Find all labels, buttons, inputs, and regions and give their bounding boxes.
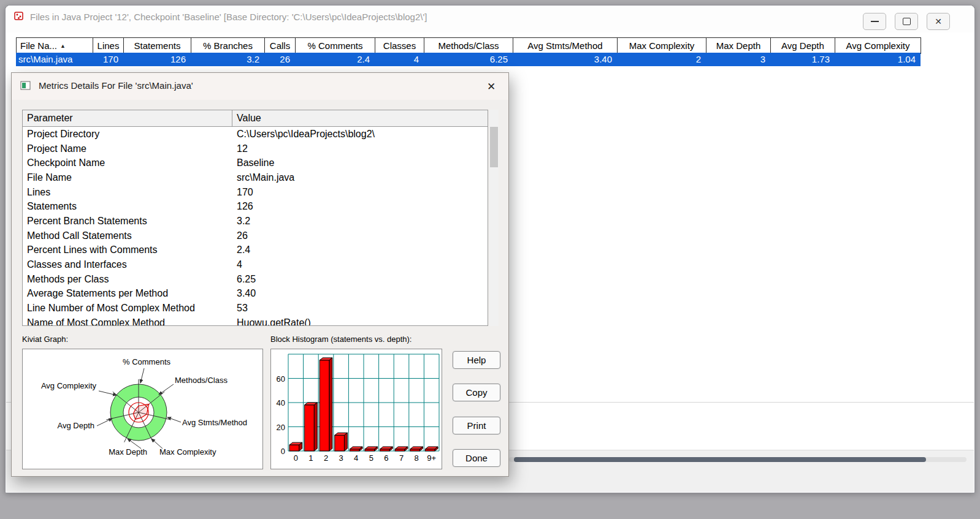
column-label: Max Depth (716, 40, 761, 51)
column-header-max-depth[interactable]: Max Depth (706, 38, 771, 53)
svg-text:% Comments: % Comments (123, 357, 171, 366)
copy-button[interactable]: Copy (453, 384, 500, 401)
detail-row[interactable]: Name of Most Complex MethodHuowu.getRate… (23, 316, 488, 326)
svg-text:3: 3 (339, 453, 343, 463)
detail-row[interactable]: Percent Lines with Comments2.4 (23, 243, 488, 258)
close-icon: ✕ (487, 80, 496, 93)
cell-methods-class: 6.25 (424, 53, 513, 66)
detail-row[interactable]: Methods per Class6.25 (23, 272, 488, 287)
kiviat-label: Kiviat Graph: (22, 335, 68, 344)
dialog-close-button[interactable]: ✕ (483, 78, 500, 95)
maximize-icon (903, 18, 911, 25)
close-button[interactable]: ✕ (927, 13, 950, 30)
cell-max-complexity: 2 (617, 53, 706, 66)
detail-row[interactable]: Average Statements per Method3.40 (23, 287, 488, 301)
column-header-methods-class[interactable]: Methods/Class (424, 38, 513, 53)
horizontal-scrollbar-thumb[interactable] (514, 457, 926, 462)
svg-text:40: 40 (277, 398, 285, 407)
svg-text:Methods/Class: Methods/Class (175, 376, 228, 385)
column-label: File Na... (20, 40, 57, 51)
svg-text:7: 7 (399, 453, 404, 463)
column-header-avg-complexity[interactable]: Avg Complexity (835, 38, 921, 53)
param-cell: Project Name (23, 142, 232, 156)
column-header-branches[interactable]: % Branches (191, 38, 265, 53)
dialog-titlebar[interactable]: Metrics Details For File 'src\Main.java'… (12, 73, 508, 100)
column-label: % Comments (307, 40, 362, 51)
sort-ascending-icon: ▲ (60, 43, 66, 49)
svg-text:4: 4 (354, 453, 358, 463)
svg-text:Avg Depth: Avg Depth (58, 421, 94, 430)
table-row-selected[interactable]: src\Main.java 170 126 3.2 26 2.4 4 6.25 … (16, 53, 921, 66)
minimize-button[interactable] (863, 13, 886, 30)
svg-text:9+: 9+ (427, 453, 436, 463)
detail-row[interactable]: Method Call Statements26 (23, 229, 488, 243)
column-header-comments[interactable]: % Comments (296, 38, 375, 53)
cell-statements: 126 (123, 53, 191, 66)
column-label: Statements (134, 40, 181, 51)
param-cell: Methods per Class (23, 272, 232, 287)
param-cell: Line Number of Most Complex Method (23, 301, 232, 316)
param-cell: Classes and Interfaces (23, 257, 232, 272)
value-cell: Huowu.getRate() (232, 316, 488, 326)
detail-row[interactable]: Line Number of Most Complex Method53 (23, 301, 488, 316)
column-label: % Branches (203, 40, 253, 51)
detail-row[interactable]: Checkpoint NameBaseline (23, 156, 488, 170)
maximize-button[interactable] (895, 13, 918, 30)
print-button[interactable]: Print (453, 417, 500, 434)
details-scrollbar-track[interactable] (489, 110, 499, 326)
value-cell: C:\Users\pc\IdeaProjects\blog2\ (232, 127, 488, 142)
value-cell: 2.4 (232, 243, 488, 258)
dialog-title: Metrics Details For File 'src\Main.java' (39, 80, 193, 91)
value-column-header[interactable]: Value (232, 110, 488, 126)
column-header-statements[interactable]: Statements (124, 38, 191, 53)
value-cell: 170 (232, 185, 488, 200)
done-button[interactable]: Done (453, 449, 500, 467)
column-header-classes[interactable]: Classes (375, 38, 424, 53)
details-table-header: Parameter Value (23, 110, 488, 127)
column-header-lines[interactable]: Lines (93, 38, 124, 53)
cell-lines: 170 (93, 53, 123, 66)
svg-text:Avg Complexity: Avg Complexity (41, 381, 97, 390)
app-icon (14, 11, 24, 23)
value-cell: 3.40 (232, 287, 488, 301)
column-label: Avg Depth (781, 40, 824, 51)
column-label: Lines (98, 40, 120, 51)
svg-text:0: 0 (281, 447, 285, 456)
detail-row[interactable]: Classes and Interfaces4 (23, 257, 488, 272)
svg-text:Max Complexity: Max Complexity (159, 447, 216, 456)
detail-row[interactable]: Lines170 (23, 185, 488, 200)
detail-row[interactable]: Statements126 (23, 199, 488, 214)
param-cell: Statements (23, 199, 232, 214)
column-header-avg-stmts-method[interactable]: Avg Stmts/Method (513, 38, 618, 53)
column-header-max-complexity[interactable]: Max Complexity (618, 38, 706, 53)
column-label: Avg Complexity (846, 40, 910, 51)
help-button[interactable]: Help (453, 351, 500, 369)
value-cell: 3.2 (232, 214, 488, 229)
cell-file-name: src\Main.java (16, 53, 93, 66)
details-scrollbar-thumb[interactable] (490, 127, 498, 167)
param-cell: Lines (23, 185, 232, 200)
value-cell: 26 (232, 229, 488, 243)
value-cell: 12 (232, 142, 488, 156)
column-label: Classes (383, 40, 416, 51)
svg-text:0: 0 (294, 453, 298, 463)
svg-text:2: 2 (324, 453, 328, 463)
detail-row[interactable]: File Namesrc\Main.java (23, 170, 488, 185)
param-cell: Average Statements per Method (23, 287, 232, 301)
detail-row[interactable]: Project Name12 (23, 142, 488, 156)
svg-text:8: 8 (414, 453, 418, 463)
detail-row[interactable]: Project DirectoryC:\Users\pc\IdeaProject… (23, 127, 488, 142)
main-window-title: Files in Java Project '12', Checkpoint '… (30, 12, 427, 22)
column-header-avg-depth[interactable]: Avg Depth (771, 38, 835, 53)
column-label: Calls (270, 40, 290, 51)
svg-text:5: 5 (369, 453, 373, 463)
column-header-file-name[interactable]: File Na... ▲ (17, 38, 93, 53)
column-header-calls[interactable]: Calls (265, 38, 296, 53)
main-titlebar[interactable]: Files in Java Project '12', Checkpoint '… (6, 6, 974, 32)
cell-calls: 26 (264, 53, 295, 66)
cell-branches: 3.2 (191, 53, 264, 66)
cell-avg-depth: 1.73 (770, 53, 835, 66)
param-column-header[interactable]: Parameter (23, 110, 232, 126)
param-cell: File Name (23, 170, 232, 185)
detail-row[interactable]: Percent Branch Statements3.2 (23, 214, 488, 229)
